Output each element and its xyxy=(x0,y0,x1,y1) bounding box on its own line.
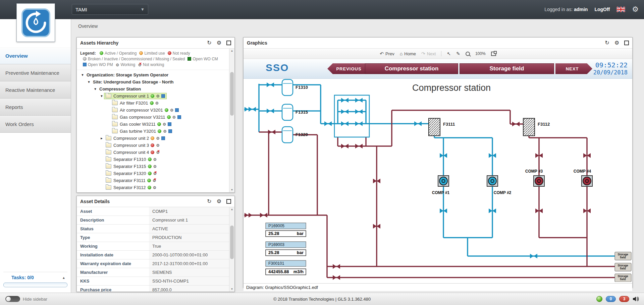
tasks-panel: Tasks: 0/0 ▲ xyxy=(3,272,67,287)
diagram-time: 09:52:22 xyxy=(593,61,628,69)
tree-node[interactable]: Separator F1320⚙ xyxy=(77,170,229,177)
uk-flag-icon[interactable] xyxy=(616,7,625,12)
assets-tree: ▾Organization: Storage System Operator▾S… xyxy=(77,70,229,192)
valve-icon xyxy=(355,109,363,114)
notifications-badge-red[interactable]: 3 xyxy=(619,296,629,302)
refresh-icon[interactable]: ↻ xyxy=(605,40,609,46)
tree-node[interactable]: ▾Compressor unit 1⚙ xyxy=(77,93,229,100)
scroll-up-icon[interactable]: ▲ xyxy=(229,49,234,53)
scroll-down-icon[interactable]: ▼ xyxy=(229,287,234,292)
notifications-badge-blue[interactable]: 0 xyxy=(606,296,616,302)
sidebar-item-work-orders[interactable]: Work Orders xyxy=(0,116,71,133)
tree-expand-arrow-icon[interactable]: ▾ xyxy=(93,87,98,91)
valve-icon xyxy=(268,130,275,134)
settings-gear-icon[interactable]: ⚙ xyxy=(632,6,639,13)
app-logo[interactable] xyxy=(16,3,55,42)
tree-node[interactable]: Compressor unit 3⚙ xyxy=(77,142,229,149)
gear-icon[interactable]: ⚙ xyxy=(217,199,221,204)
pan-cursor-icon[interactable]: ↖ xyxy=(447,51,451,56)
refresh-icon[interactable]: ↻ xyxy=(207,199,211,204)
diagram-compressor-station-button[interactable]: Compressor station xyxy=(365,63,458,74)
tree-node-label: Organization: Storage System Operator xyxy=(87,72,168,77)
gear-icon[interactable]: ⚙ xyxy=(614,40,619,46)
app-select[interactable]: TAMI ▼ xyxy=(72,4,148,15)
open-wo-pm-icon xyxy=(161,136,165,140)
home-button[interactable]: ⌂ Home xyxy=(400,51,416,56)
tree-node[interactable]: Gas turbine Y3201⚙ xyxy=(77,128,229,135)
status-active-icon xyxy=(151,94,154,98)
diagram-storage-field-button[interactable]: Storage field xyxy=(460,63,554,74)
tree-node[interactable]: ▾Compressor Station xyxy=(77,85,229,93)
tree-node[interactable]: Air compressor V3201⚙ xyxy=(77,107,229,114)
sidebar-item-overview[interactable]: Overview xyxy=(0,47,71,64)
tasks-progress-bar xyxy=(3,283,67,287)
tree-node-label: Separator F1320 xyxy=(113,171,146,176)
status-active-icon xyxy=(158,129,161,133)
valve-icon xyxy=(341,144,348,148)
sidebar-item-reactive-maintenance[interactable]: Reactive Maintenance xyxy=(0,81,71,99)
sq-green-icon xyxy=(187,57,191,61)
tree-node-label: Gas cooler W3211 xyxy=(120,122,156,127)
tree-node[interactable]: ▸Compressor unit 2⚙ xyxy=(77,135,229,142)
maximize-icon[interactable] xyxy=(226,199,231,204)
asset-details-scrollbar[interactable]: ▲ ▼ xyxy=(229,207,234,292)
home-icon: ⌂ xyxy=(400,51,402,56)
scroll-up-icon[interactable]: ▲ xyxy=(229,207,234,212)
prev-button[interactable]: ↶ Prev xyxy=(380,51,394,56)
hide-sidebar-toggle[interactable] xyxy=(5,296,20,302)
logoff-button[interactable]: LogOff xyxy=(594,7,610,12)
tasks-collapse-arrow-icon[interactable]: ▲ xyxy=(62,276,65,280)
sidebar-item-reports[interactable]: Reports xyxy=(0,99,71,116)
valve-icon xyxy=(267,82,274,87)
tree-expand-arrow-icon[interactable]: ▾ xyxy=(87,80,91,84)
folder-icon xyxy=(106,94,111,98)
compressor-label: COMP #3 xyxy=(525,169,543,174)
tree-node[interactable]: Gas cooler W3211⚙ xyxy=(77,121,229,128)
refresh-icon[interactable]: ↻ xyxy=(207,40,211,46)
tree-node[interactable]: Compressor unit 4⚙ xyxy=(77,149,229,156)
compressors xyxy=(438,176,592,186)
folder-icon xyxy=(106,164,111,169)
tree-node[interactable]: Separator F1315⚙ xyxy=(77,163,229,170)
scrollbar-thumb[interactable] xyxy=(230,72,234,116)
speaker-icon[interactable] xyxy=(633,296,639,302)
valve-icon xyxy=(414,121,422,126)
tree-expand-arrow-icon[interactable]: ▸ xyxy=(99,136,104,140)
tree-node[interactable]: ▾Site: Underground Gas Storage - North xyxy=(77,78,229,85)
working-gear-icon: ⚙ xyxy=(156,94,160,98)
open-wo-pm-icon xyxy=(177,115,181,119)
next-button[interactable]: ↷ Next xyxy=(421,51,436,56)
export-icon[interactable] xyxy=(491,52,496,56)
zoom-level[interactable]: 100% xyxy=(475,51,486,56)
tree-node[interactable]: Air filter F3201⚙ xyxy=(77,100,229,107)
detail-row: ManufacturerSIEMENS xyxy=(77,268,229,277)
tree-expand-arrow-icon[interactable]: ▾ xyxy=(99,94,104,98)
diagram-previous-button[interactable]: PREVIOUS xyxy=(327,63,367,74)
tree-node[interactable]: Gas compressor V3211⚙ xyxy=(77,114,229,121)
tree-node[interactable]: Separator F3111⚙ xyxy=(77,177,229,184)
sidebar-item-preventive-maintenance[interactable]: Preventive Maintenance xyxy=(0,64,71,81)
status-active-icon xyxy=(147,179,151,182)
tree-node[interactable]: Separator F3112⚙ xyxy=(77,184,229,191)
diagram-next-button[interactable]: NEXT xyxy=(555,63,592,74)
scrollbar-thumb[interactable] xyxy=(230,226,234,259)
pencil-icon[interactable]: ✎ xyxy=(456,51,460,56)
maximize-icon[interactable] xyxy=(624,41,629,45)
detail-value: SSO-NTH-COMP1 xyxy=(149,277,229,285)
status-notready-icon xyxy=(151,150,154,154)
folder-icon xyxy=(112,108,118,112)
folder-icon xyxy=(112,115,118,119)
folder-icon xyxy=(106,178,111,183)
tree-node-label: Compressor unit 2 xyxy=(113,136,149,141)
assets-hierarchy-scrollbar[interactable]: ▲ ▼ xyxy=(229,49,234,192)
detail-label: Manufacturer xyxy=(77,268,149,277)
tree-expand-arrow-icon[interactable]: ▾ xyxy=(80,73,85,77)
scroll-down-icon[interactable]: ▼ xyxy=(229,188,234,192)
dot-orange-icon xyxy=(139,51,143,55)
tree-node[interactable]: Separator F1310⚙ xyxy=(77,156,229,163)
zoom-icon[interactable] xyxy=(466,52,470,56)
tree-node[interactable]: ▾Organization: Storage System Operator xyxy=(77,71,229,78)
maximize-icon[interactable] xyxy=(226,41,231,45)
gear-icon[interactable]: ⚙ xyxy=(217,40,221,46)
folder-icon xyxy=(112,122,118,126)
